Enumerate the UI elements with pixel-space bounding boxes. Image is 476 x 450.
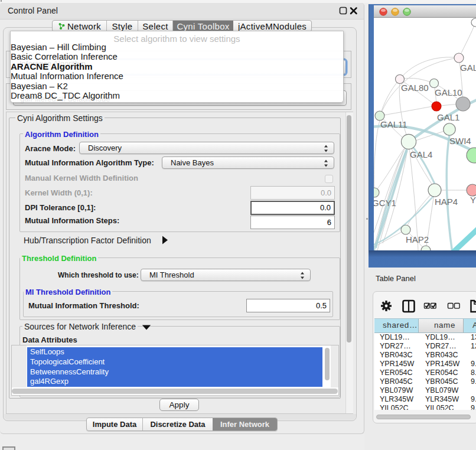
svg-text:GCY1: GCY1 xyxy=(374,198,396,208)
svg-text:GAL10: GAL10 xyxy=(435,87,462,97)
svg-text:Y: Y xyxy=(470,195,476,205)
svg-text:GAL7: GAL7 xyxy=(460,63,476,73)
svg-text:GAL80: GAL80 xyxy=(401,83,429,93)
svg-text:GAL11: GAL11 xyxy=(380,119,407,129)
svg-text:HAP4: HAP4 xyxy=(435,197,458,207)
svg-text:GAL1: GAL1 xyxy=(437,112,459,122)
svg-text:HAP2: HAP2 xyxy=(406,234,429,244)
svg-text:SWI4: SWI4 xyxy=(449,136,471,146)
svg-text:GAL4: GAL4 xyxy=(410,149,432,159)
